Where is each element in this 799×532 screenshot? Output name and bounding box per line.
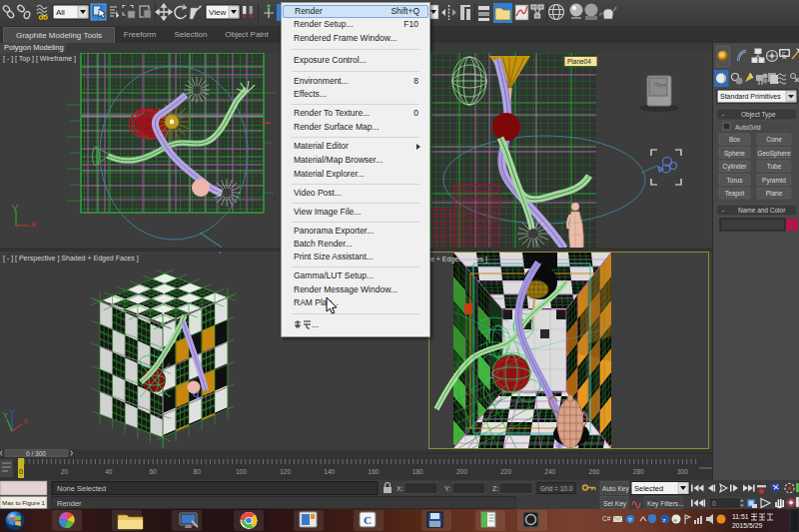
svg-text:-: -: [722, 111, 724, 118]
svg-text:40: 40: [105, 468, 113, 475]
svg-text:260: 260: [589, 468, 600, 475]
svg-text:Teapot: Teapot: [725, 190, 745, 198]
svg-text:140: 140: [324, 468, 335, 475]
svg-text:300: 300: [677, 468, 688, 475]
svg-text:Name and Color: Name and Color: [738, 207, 786, 214]
svg-text:Max to Figure 1: Max to Figure 1: [2, 499, 46, 506]
svg-text:Render: Render: [57, 499, 82, 508]
svg-text:GeoSphere: GeoSphere: [757, 150, 791, 158]
svg-text:Set Key: Set Key: [603, 500, 627, 508]
svg-text:180: 180: [412, 468, 423, 475]
svg-text:All: All: [56, 8, 65, 17]
svg-text:Object Type: Object Type: [741, 111, 776, 119]
svg-text:[ - ] [ Perspective ] Shaded +: [ - ] [ Perspective ] Shaded + Edged Fac…: [3, 255, 139, 263]
svg-text:Plane: Plane: [766, 190, 783, 197]
svg-text:Z:: Z:: [492, 485, 498, 492]
svg-text:e + Edged Faces ]: e + Edged Faces ]: [430, 256, 487, 264]
svg-text:C#: C#: [602, 515, 611, 522]
svg-text:Plane04: Plane04: [567, 58, 591, 65]
svg-text:20: 20: [61, 468, 69, 475]
svg-text:Pyramid: Pyramid: [762, 177, 786, 185]
svg-text:280: 280: [633, 468, 644, 475]
svg-text:11:51: 11:51: [732, 513, 749, 520]
svg-text:200: 200: [456, 468, 467, 475]
svg-text:Torus: Torus: [727, 177, 744, 184]
svg-text:0: 0: [19, 468, 23, 475]
svg-text:ITone: ITone: [654, 82, 666, 88]
svg-text:[ - ] [ Top ] [ Wireframe ]: [ - ] [ Top ] [ Wireframe ]: [3, 55, 76, 63]
svg-text:Y:: Y:: [444, 485, 450, 492]
svg-text:60: 60: [149, 468, 157, 475]
svg-text:Selected: Selected: [634, 484, 663, 493]
svg-text:240: 240: [544, 468, 555, 475]
svg-text:160: 160: [369, 468, 380, 475]
svg-text:80: 80: [194, 468, 202, 475]
svg-text:-: -: [722, 207, 724, 214]
svg-text:X:: X:: [397, 485, 403, 492]
svg-text:AutoGrid: AutoGrid: [735, 124, 761, 131]
svg-text:C: C: [782, 51, 786, 57]
svg-text:0: 0: [712, 500, 716, 507]
svg-text:120: 120: [280, 468, 291, 475]
svg-text:Cylinder: Cylinder: [723, 163, 748, 171]
svg-text:Grid = 10.0: Grid = 10.0: [540, 485, 573, 492]
svg-text:100: 100: [236, 468, 247, 475]
svg-text:Auto Key: Auto Key: [602, 485, 629, 493]
svg-text:Tube: Tube: [767, 163, 782, 170]
svg-text:Standard Primitives: Standard Primitives: [720, 93, 781, 100]
svg-text:Box: Box: [729, 136, 741, 143]
svg-text:Cone: Cone: [766, 136, 782, 143]
svg-text:C: C: [364, 514, 372, 526]
svg-text:View: View: [209, 8, 226, 17]
svg-text:2015/5/29: 2015/5/29: [732, 522, 762, 529]
svg-text:0 / 300: 0 / 300: [26, 450, 46, 457]
svg-text:220: 220: [500, 468, 511, 475]
svg-text:None Selected: None Selected: [57, 484, 106, 493]
svg-text:Sphere: Sphere: [724, 150, 745, 158]
svg-text:Key Filters...: Key Filters...: [647, 500, 684, 508]
svg-text:z: z: [663, 517, 666, 523]
